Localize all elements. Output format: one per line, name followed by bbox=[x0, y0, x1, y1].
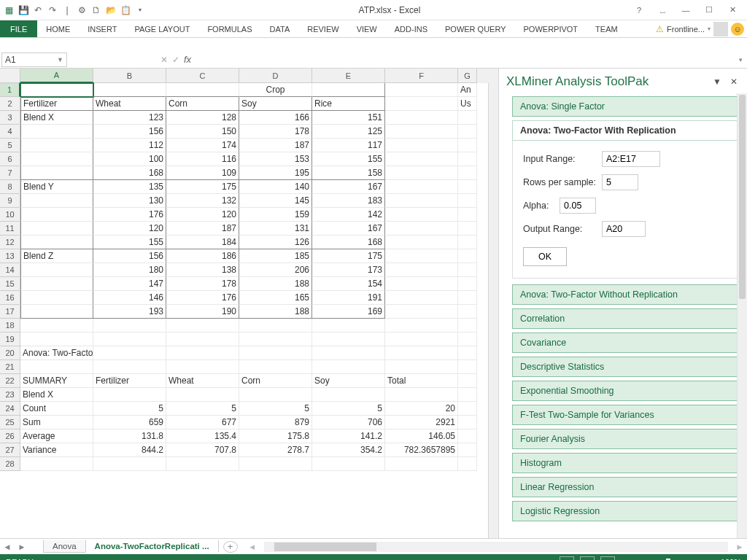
cell[interactable]: 190 bbox=[166, 305, 239, 319]
cell[interactable] bbox=[458, 416, 477, 429]
row-header[interactable]: 17 bbox=[0, 305, 20, 319]
cell[interactable] bbox=[385, 249, 458, 263]
cell[interactable]: 879 bbox=[239, 416, 312, 429]
cell[interactable] bbox=[239, 332, 312, 346]
cell[interactable]: Sum bbox=[20, 416, 93, 429]
cell[interactable]: 706 bbox=[312, 416, 385, 429]
cell[interactable] bbox=[239, 360, 312, 374]
cell[interactable]: 151 bbox=[312, 111, 385, 125]
col-header-E[interactable]: E bbox=[312, 69, 385, 83]
cell[interactable]: 186 bbox=[166, 249, 239, 263]
cell[interactable] bbox=[385, 222, 458, 236]
cell[interactable]: 175.8 bbox=[239, 429, 312, 443]
cell[interactable] bbox=[20, 236, 93, 249]
cell[interactable]: 174 bbox=[166, 139, 239, 152]
cell[interactable]: Blend Z bbox=[20, 249, 93, 263]
view-normal-icon[interactable]: ▦ bbox=[560, 556, 574, 560]
cell[interactable]: 132 bbox=[166, 194, 239, 208]
cell[interactable] bbox=[312, 346, 385, 360]
cell[interactable] bbox=[385, 125, 458, 139]
cell[interactable] bbox=[458, 236, 477, 249]
chevron-down-icon[interactable]: ▼ bbox=[57, 56, 63, 63]
cell[interactable]: Total bbox=[385, 374, 458, 388]
cell[interactable]: 184 bbox=[166, 236, 239, 249]
cell[interactable]: Blend X bbox=[20, 111, 93, 125]
pane-menu-icon[interactable]: ▼ bbox=[711, 77, 724, 87]
row-header[interactable]: 10 bbox=[0, 208, 20, 222]
cell[interactable]: Fertilizer bbox=[20, 97, 93, 111]
cell[interactable] bbox=[458, 208, 477, 222]
cell[interactable]: 142 bbox=[312, 208, 385, 222]
col-header-G[interactable]: G bbox=[458, 69, 477, 83]
cell[interactable]: 150 bbox=[166, 125, 239, 139]
cell[interactable]: 155 bbox=[93, 236, 166, 249]
tab-powerpivot[interactable]: POWERPIVOT bbox=[515, 20, 587, 37]
cell[interactable] bbox=[385, 236, 458, 249]
cell[interactable]: 125 bbox=[312, 125, 385, 139]
row-header[interactable]: 5 bbox=[0, 139, 20, 152]
cell[interactable] bbox=[458, 249, 477, 263]
hscroll-right[interactable]: ► bbox=[732, 542, 747, 551]
cell[interactable]: 131.8 bbox=[93, 429, 166, 443]
cell[interactable]: 140 bbox=[239, 180, 312, 194]
row-header[interactable]: 12 bbox=[0, 236, 20, 249]
cell[interactable] bbox=[239, 319, 312, 332]
cell[interactable] bbox=[312, 83, 385, 97]
cell[interactable]: 117 bbox=[312, 139, 385, 152]
cell[interactable]: 187 bbox=[239, 139, 312, 152]
col-header-A[interactable]: A bbox=[20, 69, 93, 83]
cell[interactable] bbox=[458, 139, 477, 152]
cell[interactable]: 168 bbox=[93, 166, 166, 180]
cell[interactable] bbox=[93, 319, 166, 332]
cell[interactable]: 677 bbox=[166, 416, 239, 429]
row-header[interactable]: 9 bbox=[0, 194, 20, 208]
redo-icon[interactable]: ↷ bbox=[47, 4, 58, 16]
cell[interactable]: 167 bbox=[312, 180, 385, 194]
cell[interactable]: Crop bbox=[239, 83, 312, 97]
cell[interactable] bbox=[458, 277, 477, 291]
cell[interactable] bbox=[166, 83, 239, 97]
row-header[interactable]: 3 bbox=[0, 111, 20, 125]
col-header-D[interactable]: D bbox=[239, 69, 312, 83]
tab-data[interactable]: DATA bbox=[261, 20, 299, 37]
cell[interactable] bbox=[458, 388, 477, 402]
tool-anova-single[interactable]: Anova: Single Factor bbox=[512, 96, 740, 117]
cell[interactable]: 168 bbox=[312, 236, 385, 249]
cell[interactable] bbox=[385, 388, 458, 402]
cell[interactable] bbox=[20, 457, 93, 471]
cell[interactable]: Corn bbox=[239, 374, 312, 388]
rows-per-sample-field[interactable] bbox=[602, 174, 638, 190]
add-sheet-button[interactable]: + bbox=[223, 541, 238, 553]
cell[interactable]: 175 bbox=[312, 249, 385, 263]
tab-insert[interactable]: INSERT bbox=[79, 20, 125, 37]
cell[interactable] bbox=[312, 457, 385, 471]
cell[interactable] bbox=[458, 291, 477, 305]
name-box[interactable]: A1▼ bbox=[1, 52, 67, 67]
cell[interactable] bbox=[385, 263, 458, 277]
cancel-formula-icon[interactable]: ✕ bbox=[160, 55, 168, 65]
cell[interactable]: 195 bbox=[239, 166, 312, 180]
cell[interactable]: Us bbox=[458, 97, 477, 111]
cell[interactable] bbox=[166, 319, 239, 332]
cell[interactable] bbox=[458, 222, 477, 236]
cell[interactable]: Fertilizer bbox=[93, 374, 166, 388]
cell[interactable] bbox=[458, 305, 477, 319]
cell[interactable]: Soy bbox=[239, 97, 312, 111]
cell[interactable] bbox=[166, 457, 239, 471]
cell[interactable]: Wheat bbox=[166, 374, 239, 388]
cell[interactable]: 354.2 bbox=[312, 443, 385, 457]
col-header-B[interactable]: B bbox=[93, 69, 166, 83]
cell[interactable]: 188 bbox=[239, 305, 312, 319]
ribbon-display-icon[interactable]: ⎵ bbox=[654, 3, 671, 18]
cell[interactable] bbox=[458, 319, 477, 332]
cell[interactable]: 135 bbox=[93, 180, 166, 194]
tab-file[interactable]: FILE bbox=[0, 20, 37, 37]
cell[interactable]: 278.7 bbox=[239, 443, 312, 457]
cell[interactable]: Blend X bbox=[20, 388, 93, 402]
row-header[interactable]: 22 bbox=[0, 374, 20, 388]
expand-formula-icon[interactable]: ▾ bbox=[735, 56, 747, 63]
pane-scrollbar[interactable] bbox=[737, 93, 747, 538]
cell[interactable] bbox=[385, 332, 458, 346]
row-header[interactable]: 26 bbox=[0, 429, 20, 443]
cell[interactable] bbox=[239, 388, 312, 402]
